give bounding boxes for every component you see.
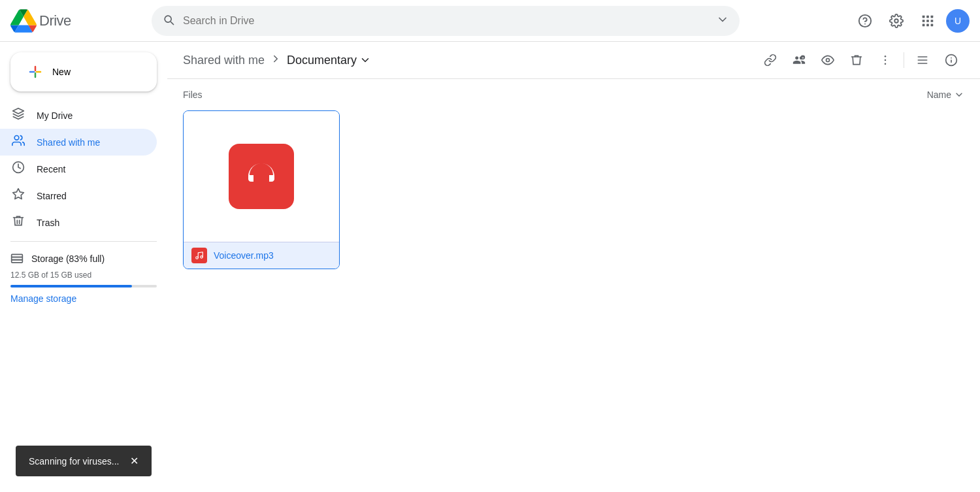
my-drive-icon [10, 107, 26, 123]
list-view-button[interactable] [909, 47, 936, 73]
toast-notification: Scanning for viruses... ✕ [16, 446, 152, 476]
sidebar-item-trash[interactable]: Trash [0, 209, 157, 236]
files-area: Files Name [167, 79, 980, 492]
header: Drive [0, 0, 980, 42]
svg-text:+: + [802, 56, 804, 59]
drive-logo-icon [10, 8, 37, 34]
starred-icon [10, 188, 26, 204]
svg-rect-28 [918, 59, 928, 61]
breadcrumb-current[interactable]: Documentary [287, 54, 371, 67]
info-button[interactable] [938, 47, 964, 73]
settings-button[interactable] [883, 8, 909, 34]
delete-button[interactable] [843, 47, 870, 73]
new-plus-icon [26, 63, 44, 81]
get-link-button[interactable] [757, 47, 783, 73]
new-button-label: New [52, 67, 71, 77]
toast-message: Scanning for viruses... [29, 456, 120, 467]
recent-icon [10, 161, 26, 177]
sidebar-item-recent[interactable]: Recent [0, 156, 157, 182]
help-button[interactable] [852, 8, 878, 34]
toast-close-button[interactable]: ✕ [130, 455, 139, 467]
main-content: Shared with me Documentary [167, 42, 980, 492]
breadcrumb-dropdown-icon [359, 54, 371, 66]
svg-rect-20 [12, 260, 23, 263]
sidebar: New My Drive Shared with me [0, 42, 167, 492]
svg-rect-4 [931, 15, 934, 18]
sort-label: Name [927, 90, 951, 100]
search-dropdown-arrow-icon[interactable] [716, 13, 729, 29]
sidebar-item-shared-with-me[interactable]: Shared with me [0, 129, 157, 156]
sidebar-item-trash-label: Trash [37, 218, 59, 228]
search-icon [162, 13, 175, 29]
file-name: Voiceover.mp3 [214, 250, 274, 261]
main-layout: New My Drive Shared with me [0, 42, 980, 492]
svg-rect-9 [926, 24, 929, 26]
svg-point-33 [196, 257, 199, 259]
trash-icon [10, 214, 26, 231]
files-header: Files Name [183, 90, 964, 100]
sidebar-item-my-drive-label: My Drive [37, 110, 73, 121]
apps-button[interactable] [915, 8, 941, 34]
files-section-label: Files [183, 90, 203, 100]
sidebar-divider [10, 241, 157, 242]
search-bar[interactable] [152, 6, 740, 36]
sidebar-item-shared-with-me-label: Shared with me [37, 137, 100, 148]
search-input[interactable] [183, 15, 708, 27]
svg-rect-2 [923, 15, 925, 18]
toolbar-right: + [757, 47, 964, 73]
more-options-button[interactable] [872, 47, 898, 73]
sidebar-item-starred-label: Starred [37, 191, 67, 201]
file-preview [184, 111, 339, 242]
svg-point-15 [14, 136, 19, 140]
file-card-voiceover[interactable]: Voiceover.mp3 [183, 110, 340, 269]
toolbar-divider [904, 52, 904, 68]
svg-rect-3 [926, 15, 929, 18]
storage-icon [10, 252, 24, 265]
svg-point-26 [885, 63, 887, 65]
file-type-icon [191, 248, 207, 263]
breadcrumb-current-label: Documentary [287, 54, 357, 67]
svg-rect-10 [931, 24, 934, 26]
preview-button[interactable] [815, 47, 841, 73]
storage-label: Storage (83% full) [31, 254, 105, 264]
svg-rect-8 [923, 24, 925, 26]
svg-point-24 [885, 56, 887, 57]
svg-rect-7 [931, 20, 934, 22]
sort-button[interactable]: Name [927, 90, 964, 100]
sidebar-item-my-drive[interactable]: My Drive [0, 102, 157, 129]
audio-file-icon [229, 144, 294, 209]
sort-arrow-icon [954, 90, 964, 100]
svg-point-23 [826, 59, 830, 62]
headphone-svg [242, 157, 281, 196]
svg-point-25 [885, 59, 887, 61]
header-actions: U [852, 8, 970, 34]
manage-storage-link[interactable]: Manage storage [10, 293, 76, 304]
breadcrumb-parent[interactable]: Shared with me [183, 54, 265, 67]
storage-section: Storage (83% full) 12.5 GB of 15 GB used… [0, 247, 167, 310]
user-avatar[interactable]: U [946, 9, 970, 33]
sidebar-item-recent-label: Recent [37, 164, 65, 174]
svg-rect-6 [926, 20, 929, 22]
svg-point-1 [894, 19, 898, 23]
breadcrumb-chevron-icon [270, 53, 282, 68]
file-footer: Voiceover.mp3 [184, 242, 339, 269]
svg-rect-27 [918, 56, 928, 57]
storage-header: Storage (83% full) [10, 252, 157, 265]
share-button[interactable]: + [786, 47, 812, 73]
svg-point-34 [201, 256, 203, 259]
svg-rect-29 [918, 63, 928, 64]
new-button[interactable]: New [10, 52, 157, 91]
logo-area: Drive [10, 8, 141, 34]
storage-bar-fill [10, 285, 132, 287]
svg-rect-5 [923, 20, 925, 22]
svg-marker-17 [13, 189, 24, 199]
storage-used-text: 12.5 GB of 15 GB used [10, 271, 157, 280]
files-grid: Voiceover.mp3 [183, 110, 964, 269]
sidebar-item-starred[interactable]: Starred [0, 182, 157, 209]
shared-with-me-icon [10, 134, 26, 150]
breadcrumb-bar: Shared with me Documentary [167, 42, 980, 79]
storage-bar [10, 285, 157, 287]
app-title: Drive [39, 12, 71, 29]
